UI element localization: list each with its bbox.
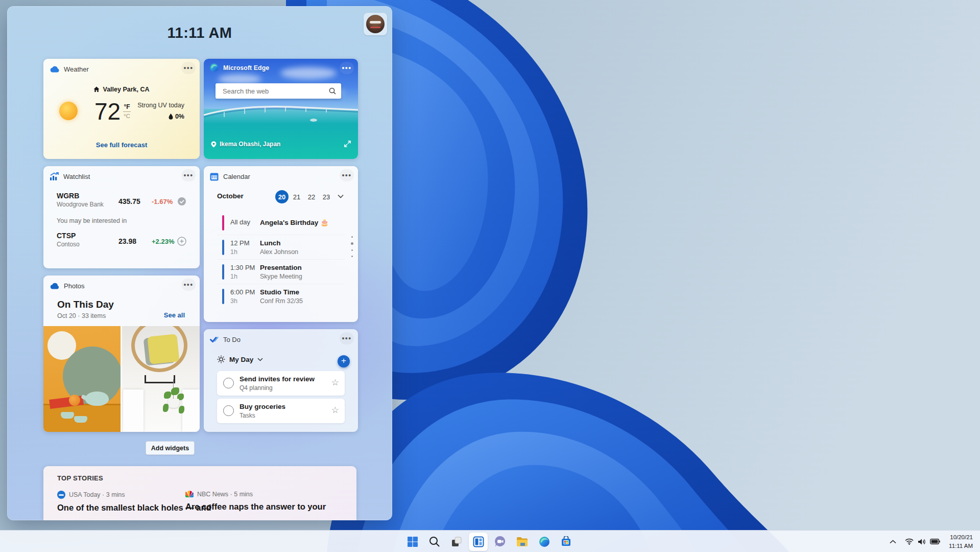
nbc-news-logo-icon — [185, 491, 194, 498]
birthday-cake-emoji: 🎂 — [320, 219, 329, 226]
avatar — [366, 15, 385, 33]
top-stories-widget: TOP STORIES USA Today · 3 mins One of th… — [43, 466, 356, 520]
event-title: Studio Time — [260, 288, 299, 296]
watchlist-widget: Watchlist ••• WGRB Woodgrove Bank 435.75… — [43, 166, 200, 268]
todo-list-selector[interactable]: My Day — [217, 355, 263, 363]
wifi-icon — [905, 538, 914, 545]
add-task-button[interactable]: + — [338, 355, 350, 367]
calendar-month[interactable]: October — [217, 192, 244, 200]
day-pill[interactable]: 23 — [320, 190, 333, 203]
event-subtitle: Skype Meeting — [260, 273, 302, 280]
watchlist-menu-button[interactable]: ••• — [181, 169, 196, 181]
weather-menu-button[interactable]: ••• — [181, 62, 196, 74]
temperature-unit-toggle[interactable]: °F °C — [123, 103, 131, 119]
calendar-event[interactable]: All day Angela's Birthday 🎂 — [217, 211, 345, 235]
taskbar-time: 11:11 AM — [949, 542, 973, 550]
photos-heading: On This Day — [57, 299, 114, 310]
task-title: Buy groceries — [240, 403, 285, 410]
event-duration: 1h — [230, 248, 237, 256]
search-icon[interactable] — [329, 87, 336, 95]
edge-widget-title: Microsoft Edge — [223, 64, 269, 72]
task-checkbox[interactable] — [223, 405, 234, 416]
chevron-down-icon[interactable] — [338, 194, 344, 198]
bridge-graphic — [204, 99, 358, 129]
photo-thumbnail[interactable] — [43, 326, 121, 432]
search-button[interactable] — [423, 532, 445, 552]
edge-search-input[interactable] — [222, 87, 329, 96]
widgets-panel: 11:11 AM Weather ••• Valley Park, CA 72 … — [7, 6, 392, 520]
calendar-event[interactable]: 12 PM 1h Lunch Alex Johnson — [217, 236, 345, 260]
calendar-menu-button[interactable]: ••• — [340, 169, 354, 181]
task-view-icon — [451, 536, 462, 547]
star-icon[interactable]: ☆ — [331, 405, 339, 416]
event-subtitle: Conf Rm 32/35 — [260, 297, 303, 305]
event-list-scrollbar[interactable] — [351, 236, 353, 257]
todo-list-name: My Day — [229, 356, 253, 363]
store-icon — [561, 536, 571, 547]
event-duration: 3h — [230, 297, 237, 305]
taskbar-date: 10/20/21 — [949, 533, 973, 542]
edge-search-bar[interactable] — [216, 83, 341, 99]
day-pill[interactable]: 22 — [305, 190, 318, 203]
story-meta: USA Today · 3 mins — [69, 491, 125, 498]
precipitation-value: 0% — [175, 113, 184, 120]
watchlist-suggestion-label: You may be interested in — [57, 217, 127, 224]
photos-widget: Photos ••• On This Day Oct 20 · 33 items… — [43, 275, 200, 432]
news-story[interactable]: NBC News · 5 mins Are coffee naps the an… — [185, 491, 326, 512]
see-full-forecast-link[interactable]: See full forecast — [43, 141, 200, 149]
edge-menu-button[interactable]: ••• — [340, 62, 354, 74]
chat-button[interactable] — [489, 532, 511, 552]
weather-location[interactable]: Valley Park, CA — [103, 86, 149, 93]
hidden-icons-button[interactable] — [888, 538, 898, 546]
task-row[interactable]: Buy groceries Tasks ☆ — [217, 399, 345, 423]
stock-row[interactable]: WGRB Woodgrove Bank 435.75 -1.67% — [57, 192, 189, 212]
calendar-event[interactable]: 1:30 PM 1h Presentation Skype Meeting — [217, 260, 345, 284]
edge-browser-button[interactable] — [533, 532, 555, 552]
my-day-sun-icon — [217, 355, 225, 363]
start-button[interactable] — [401, 532, 423, 552]
see-all-link[interactable]: See all — [164, 311, 185, 319]
task-row[interactable]: Send invites for review Q4 planning ☆ — [217, 371, 345, 396]
weather-condition: Strong UV today — [137, 102, 184, 109]
weather-title: Weather — [64, 65, 89, 73]
unit-fahrenheit[interactable]: °F — [124, 103, 130, 110]
star-icon[interactable]: ☆ — [331, 377, 339, 388]
location-pin-icon — [211, 141, 217, 148]
battery-icon — [930, 539, 940, 544]
event-title: Angela's Birthday 🎂 — [260, 218, 329, 226]
edge-icon — [539, 536, 550, 547]
unit-celsius[interactable]: °C — [124, 113, 130, 119]
todo-menu-button[interactable]: ••• — [340, 332, 354, 344]
photos-menu-button[interactable]: ••• — [181, 279, 196, 291]
taskbar: 10/20/21 11:11 AM — [0, 530, 980, 552]
todo-check-icon — [210, 336, 219, 343]
expand-icon[interactable] — [344, 141, 351, 147]
story-headline: Are coffee naps the answer to your — [185, 502, 326, 512]
widgets-icon — [473, 536, 484, 547]
photo-thumbnail[interactable] — [122, 326, 200, 432]
add-widgets-button[interactable]: Add widgets — [146, 441, 195, 455]
edge-photo-location: Ikema Ohashi, Japan — [220, 141, 280, 148]
added-check-icon[interactable] — [177, 197, 186, 206]
widgets-button[interactable] — [467, 532, 489, 552]
taskbar-clock[interactable]: 10/20/21 11:11 AM — [947, 533, 973, 550]
top-stories-heading: TOP STORIES — [57, 474, 103, 482]
event-time: 12 PM — [230, 239, 250, 247]
droplet-icon — [169, 113, 173, 120]
event-time: 6:00 PM — [230, 288, 255, 296]
task-checkbox[interactable] — [223, 378, 234, 388]
store-button[interactable] — [555, 532, 577, 552]
calendar-event[interactable]: 6:00 PM 3h Studio Time Conf Rm 32/35 — [217, 285, 345, 309]
stock-row[interactable]: CTSP Contoso 23.98 +2.23% — [57, 232, 189, 252]
desktop: 11:11 AM Weather ••• Valley Park, CA 72 … — [0, 0, 980, 552]
system-tray-status[interactable] — [903, 536, 942, 547]
add-to-watchlist-icon[interactable] — [177, 237, 186, 246]
file-explorer-button[interactable] — [511, 532, 533, 552]
weather-temperature: 72 — [94, 98, 121, 125]
task-view-button[interactable] — [445, 532, 467, 552]
day-pill[interactable]: 21 — [290, 190, 303, 203]
event-title: Lunch — [260, 239, 281, 247]
account-button[interactable] — [364, 13, 387, 35]
day-pill-selected[interactable]: 20 — [275, 190, 289, 203]
sunny-icon — [59, 102, 78, 120]
